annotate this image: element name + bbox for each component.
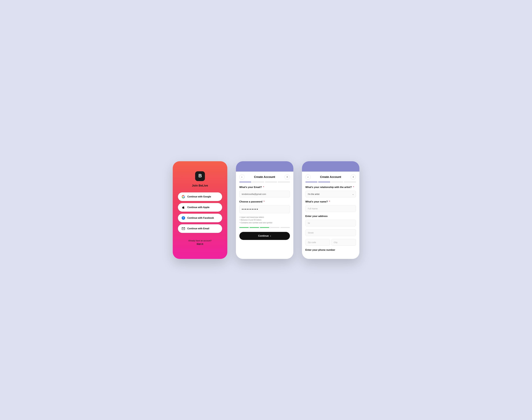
password-strength-bar: [239, 227, 290, 228]
zipcode-input[interactable]: [305, 239, 330, 246]
back-icon-3: ‹: [308, 176, 308, 178]
back-icon-2: ‹: [241, 176, 242, 178]
close-button-2[interactable]: ×: [285, 174, 290, 180]
modal-content-3: What's your relationship with the artist…: [302, 182, 359, 259]
relationship-label: What's your relationship with the artist…: [305, 186, 356, 189]
continue-button-2[interactable]: Continue ›: [239, 232, 290, 240]
strength-seg-1: [239, 227, 249, 228]
apple-button[interactable]: Continue with Apple: [178, 203, 222, 212]
modal-header-3: ‹ Create Account ×: [302, 172, 359, 180]
app-logo: [195, 171, 205, 181]
close-icon-2: ×: [287, 176, 288, 178]
google-icon: [181, 195, 185, 199]
zipcode-city-row: [305, 239, 356, 249]
name-input[interactable]: [305, 205, 356, 212]
email-button-label: Continue with Email: [187, 227, 209, 230]
facebook-button-label: Continue with Facebook: [187, 217, 214, 219]
relationship-select-wrapper: I'm the artist Fan Manager Other ⌄: [305, 191, 356, 197]
name-label: What's your name? *: [305, 200, 356, 203]
continue-arrow-2: ›: [270, 235, 271, 237]
phone-body-3: ‹ Create Account × What's your relations…: [302, 172, 359, 259]
screen-1-join: Join BeLive Continue with Google Continu…: [173, 161, 227, 259]
join-title: Join BeLive: [192, 184, 208, 187]
name-required-star: *: [329, 200, 330, 203]
password-rules: Upper and lowercase letters Between 8 an…: [239, 216, 290, 224]
strength-seg-4: [270, 227, 280, 228]
email-icon: [181, 226, 185, 231]
progress-bar-2: [236, 180, 293, 182]
city-input[interactable]: [331, 239, 356, 246]
email-button[interactable]: Continue with Email: [178, 224, 222, 233]
facebook-icon: f: [181, 216, 185, 220]
password-input[interactable]: [239, 205, 290, 213]
password-rule-2: Between 8 and 55 letters: [240, 219, 290, 221]
email-input[interactable]: [239, 191, 290, 197]
modal-content-2: What's your Email? * Choose a password *…: [236, 182, 293, 259]
strength-seg-2: [250, 227, 259, 228]
modal-title-3: Create Account: [320, 175, 341, 179]
progress-bar-3: [302, 180, 359, 182]
nr-input[interactable]: [305, 220, 356, 226]
continue-label-2: Continue: [258, 235, 269, 237]
password-rule-3: Contains one number and one symbol: [240, 222, 290, 224]
screen-3-profile: ‹ Create Account × What's your relations…: [302, 161, 359, 259]
password-rule-1: Upper and lowercase letters: [240, 216, 290, 218]
close-icon-3: ×: [353, 176, 354, 178]
email-required-star: *: [263, 186, 264, 189]
email-field-label: What's your Email? *: [239, 186, 290, 189]
google-button[interactable]: Continue with Google: [178, 192, 222, 201]
phone-label: Enter your phone number: [305, 249, 356, 251]
phone-top-bar-2: [236, 161, 293, 172]
close-button-3[interactable]: ×: [351, 174, 356, 180]
back-button-2[interactable]: ‹: [239, 174, 245, 180]
sign-in-link[interactable]: Sign in: [197, 243, 203, 245]
facebook-button[interactable]: f Continue with Facebook: [178, 214, 222, 222]
already-text: Already have an account?: [188, 240, 212, 242]
back-button-3[interactable]: ‹: [305, 174, 310, 180]
apple-icon: [181, 205, 185, 209]
password-field-label: Choose a password *: [239, 200, 290, 203]
strength-seg-3: [260, 227, 269, 228]
logo-icon: [197, 173, 203, 179]
strength-seg-5: [281, 227, 290, 228]
facebook-icon-shape: f: [182, 216, 185, 220]
modal-title-2: Create Account: [254, 175, 275, 179]
screen-2-create-account: ‹ Create Account × What's your Email? *: [236, 161, 293, 259]
relationship-select[interactable]: I'm the artist Fan Manager Other: [305, 191, 356, 197]
google-button-label: Continue with Google: [187, 195, 211, 198]
address-label: Enter your address: [305, 215, 356, 218]
password-required-star: *: [264, 200, 265, 203]
phone-top-bar-3: [302, 161, 359, 172]
screens-container: Join BeLive Continue with Google Continu…: [173, 161, 359, 259]
modal-header-2: ‹ Create Account ×: [236, 172, 293, 180]
phone-body-2: ‹ Create Account × What's your Email? *: [236, 172, 293, 259]
relationship-required-star: *: [353, 186, 354, 189]
street-input[interactable]: [305, 229, 356, 236]
apple-button-label: Continue with Apple: [187, 206, 209, 209]
